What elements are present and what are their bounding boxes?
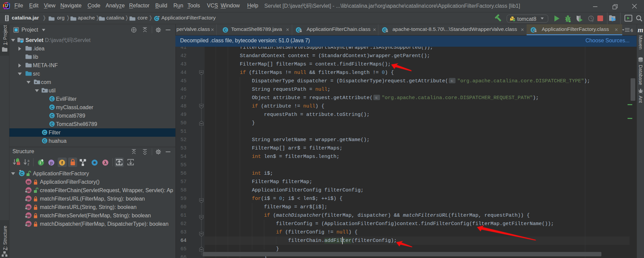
- svg-text:m: m: [27, 180, 31, 184]
- svg-text:6: 6: [631, 28, 633, 33]
- svg-text:tomcat8: tomcat8: [517, 16, 536, 22]
- svg-text:z: z: [28, 162, 29, 166]
- svg-text:λ: λ: [104, 160, 107, 165]
- svg-text:I: I: [40, 161, 41, 165]
- svg-text:C: C: [51, 97, 54, 101]
- svg-text:C: C: [155, 16, 158, 20]
- svg-text:C: C: [43, 130, 46, 135]
- svg-text:C: C: [20, 171, 23, 176]
- svg-text:f: f: [61, 160, 63, 165]
- svg-text:C: C: [51, 114, 54, 118]
- svg-text:C: C: [51, 122, 54, 127]
- svg-text:p: p: [50, 160, 52, 165]
- svg-text:C: C: [224, 28, 227, 33]
- svg-text:C: C: [43, 139, 46, 143]
- svg-text:C: C: [51, 105, 54, 110]
